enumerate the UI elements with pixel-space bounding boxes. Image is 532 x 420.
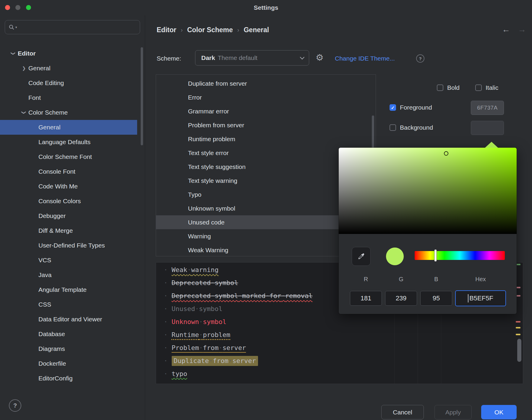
sidebar-item-general[interactable]: General (0, 120, 137, 135)
red-input[interactable]: 181 (350, 291, 382, 306)
foreground-color-field[interactable]: 6F737A (471, 101, 504, 115)
sidebar-item-debugger[interactable]: Debugger (0, 209, 137, 223)
settings-sidebar: ▾ ❯Editor❯GeneralCode EditingFont❯Color … (0, 15, 145, 420)
whitespace-dot: · (281, 292, 285, 299)
whitespace-dot: · (164, 370, 172, 377)
option-problem-from-server[interactable]: Problem from server (156, 118, 376, 132)
whitespace-dot: · (209, 357, 213, 364)
back-arrow-icon[interactable]: ← (502, 25, 510, 34)
search-history-caret-icon[interactable]: ▾ (15, 25, 17, 29)
ok-button[interactable]: OK (481, 405, 517, 419)
sidebar-item-general[interactable]: ❯General (0, 61, 137, 76)
sidebar-scrollbar-thumb[interactable] (141, 47, 143, 145)
sidebar-item-css[interactable]: CSS (0, 297, 137, 312)
sidebar-item-label: EditorConfig (38, 375, 73, 382)
preview-line-problem-from-server[interactable]: · Problem·from·server (164, 341, 505, 354)
sidebar-item-angular-template[interactable]: Angular Template (0, 282, 137, 297)
preview-line-typo[interactable]: · typo (164, 367, 505, 380)
scheme-help-icon[interactable]: ? (416, 54, 424, 63)
sidebar-item-label: Color Scheme Font (38, 153, 92, 160)
sidebar-tree: ❯Editor❯GeneralCode EditingFont❯Color Sc… (0, 46, 137, 386)
sidebar-item-label: Debugger (38, 212, 66, 219)
whitespace-dot: · (164, 331, 172, 338)
sidebar-item-data-editor-and-viewer[interactable]: Data Editor and Viewer (0, 312, 137, 327)
bold-checkbox[interactable]: ✓ (437, 84, 443, 91)
sidebar-item-editor[interactable]: ❯Editor (0, 46, 137, 61)
preview-scrollbar-thumb[interactable] (517, 339, 521, 362)
italic-attribute: ✓ Italic (475, 84, 498, 91)
eyedropper-icon (357, 252, 366, 261)
sidebar-item-language-defaults[interactable]: Language Defaults (0, 135, 137, 149)
chevron-down-icon[interactable]: ❯ (11, 49, 16, 58)
whitespace-dot: · (164, 344, 172, 351)
hue-slider-handle[interactable] (434, 250, 437, 261)
breadcrumb-item-editor[interactable]: Editor (157, 26, 176, 34)
sidebar-item-dockerfile[interactable]: Dockerfile (0, 356, 137, 371)
option-duplicate-from-server[interactable]: Duplicate from server (156, 76, 376, 90)
breadcrumb-item-general[interactable]: General (244, 26, 269, 34)
background-label: Background (400, 124, 433, 131)
change-ide-theme-link[interactable]: Change IDE Theme... (335, 55, 395, 62)
breadcrumb-item-color-scheme[interactable]: Color Scheme (187, 26, 233, 34)
cancel-button[interactable]: Cancel (381, 405, 424, 419)
option-error[interactable]: Error (156, 90, 376, 104)
scheme-dropdown[interactable]: Dark Theme default (195, 50, 309, 66)
preview-line-unknown-symbol[interactable]: · Unknown·symbol (164, 315, 505, 328)
sidebar-item-vcs[interactable]: VCS (0, 253, 137, 268)
error-stripe-mark[interactable] (516, 327, 520, 328)
error-stripe-mark[interactable] (516, 321, 520, 323)
whitespace-dot: · (199, 331, 203, 338)
sidebar-item-code-editing[interactable]: Code Editing (0, 76, 137, 90)
scheme-label: Scheme: (157, 55, 181, 62)
sidebar-item-label: Data Editor and Viewer (38, 316, 102, 323)
sidebar-item-color-scheme[interactable]: ❯Color Scheme (0, 105, 137, 120)
sidebar-item-color-scheme-font[interactable]: Color Scheme Font (0, 149, 137, 164)
hex-input[interactable]: B5EF5F (455, 290, 506, 306)
whitespace-dot: · (187, 266, 191, 274)
sidebar-item-console-font[interactable]: Console Font (0, 164, 137, 179)
search-input[interactable] (18, 24, 136, 31)
option-runtime-problem[interactable]: Runtime problem (156, 132, 376, 146)
whitespace-dot: · (164, 279, 172, 286)
bold-attribute: ✓ Bold (437, 84, 460, 91)
sidebar-item-label: Diagrams (38, 345, 65, 352)
sidebar-item-label: Language Defaults (38, 139, 90, 146)
sidebar-item-editorconfig[interactable]: EditorConfig (0, 371, 137, 386)
italic-checkbox[interactable]: ✓ (475, 84, 482, 91)
sidebar-item-label: General (38, 124, 61, 131)
blue-input[interactable]: 95 (420, 291, 452, 306)
chevron-down-icon[interactable]: ❯ (21, 108, 27, 117)
option-grammar-error[interactable]: Grammar error (156, 104, 376, 118)
preview-line-runtime-problem[interactable]: · Runtime·problem (164, 328, 505, 341)
hue-slider[interactable] (415, 251, 505, 260)
saturation-brightness-area[interactable] (339, 148, 517, 234)
sidebar-item-code-with-me[interactable]: Code With Me (0, 179, 137, 194)
hex-label: Hex (455, 276, 506, 283)
sidebar-item-java[interactable]: Java (0, 268, 137, 282)
help-button[interactable]: ? (9, 399, 21, 412)
whitespace-dot: · (238, 292, 242, 299)
chevron-right-icon[interactable]: ❯ (20, 66, 28, 71)
background-color-field[interactable] (471, 121, 504, 135)
breadcrumb: Editor › Color Scheme › General (157, 26, 269, 34)
sidebar-item-font[interactable]: Font (0, 90, 137, 105)
preview-line-duplicate-from-server[interactable]: · Duplicate·from·server (164, 354, 505, 367)
sidebar-item-console-colors[interactable]: Console Colors (0, 194, 137, 209)
error-stripe-mark[interactable] (516, 334, 520, 335)
whitespace-dot: · (199, 344, 203, 351)
sidebar-item-database[interactable]: Database (0, 327, 137, 341)
gear-icon[interactable]: ⚙ (316, 53, 324, 62)
green-input[interactable]: 239 (385, 291, 417, 306)
search-box[interactable]: ▾ (5, 20, 140, 34)
color-picker-popup: R G B Hex 181 239 95 B5EF5F (339, 148, 517, 314)
sidebar-item-diagrams[interactable]: Diagrams (0, 341, 137, 356)
foreground-checkbox[interactable]: ✓ (390, 104, 396, 111)
sidebar-item-label: General (28, 65, 51, 72)
sidebar-divider (145, 15, 145, 420)
whitespace-dot: · (228, 357, 232, 364)
color-cursor[interactable] (444, 151, 448, 156)
sidebar-item-user-defined-file-types[interactable]: User-Defined File Types (0, 238, 137, 253)
background-checkbox[interactable]: ✓ (390, 124, 396, 131)
sidebar-item-diff-merge[interactable]: Diff & Merge (0, 223, 137, 238)
eyedropper-button[interactable] (352, 247, 371, 266)
